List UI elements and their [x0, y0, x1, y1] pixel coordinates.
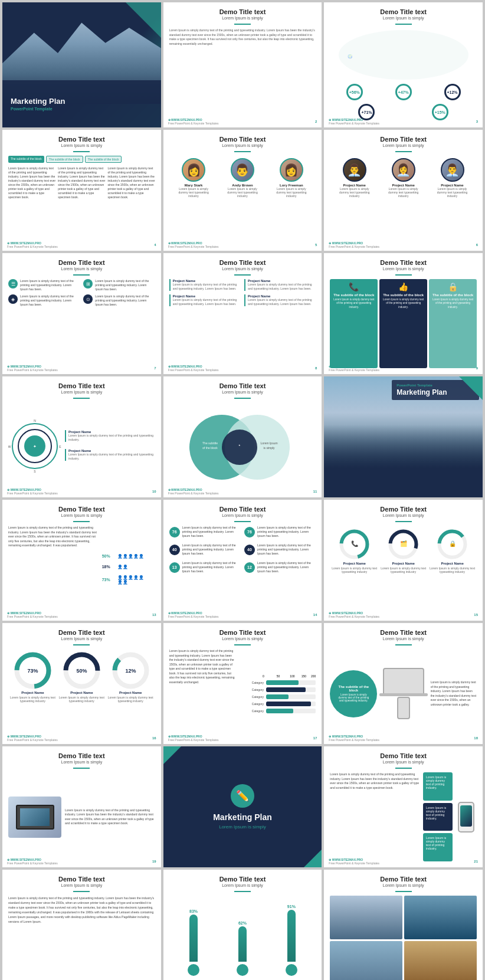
- footer-logo: ⊕ WWW.SITE2MAX.PROFree PowerPoint & Keyn…: [168, 118, 219, 125]
- phone-left-text: Lorem Ipsum is simply dummy text of the …: [330, 772, 420, 861]
- feature-title-1: The subtitle of the block: [333, 293, 374, 297]
- accent-line: [73, 274, 90, 276]
- slide-23-title: Demo Title text: [169, 876, 316, 883]
- prog-text-76: Lorem Ipsum is simply dummy text of the …: [182, 526, 241, 538]
- slide-11: Demo Title text Lorem Ipsum is simply Th…: [163, 376, 322, 497]
- cover-subtitle: PowerPoint Template: [11, 107, 153, 111]
- avatar-lory: 👩: [280, 158, 303, 182]
- stat-circle-3: +12%: [444, 84, 461, 100]
- mountain-overlay-dark: [324, 425, 483, 497]
- slide-footer: ⊕ WWW.SITE2MAX.PROFree PowerPoint & Keyn…: [168, 365, 317, 372]
- project-2: Project Name Lorem Ipsum is simply dummy…: [169, 294, 241, 306]
- slide-footer: ⊕ WWW.SITE2MAX.PROFree PowerPoint & Keyn…: [168, 241, 317, 248]
- phone-device: [397, 697, 410, 719]
- slide-13-title: Demo Title text: [8, 506, 155, 513]
- avatar-proj-2: 👩‍💼: [392, 158, 415, 182]
- donut-svg-2: 🗂️: [387, 528, 420, 561]
- accent-line: [234, 151, 251, 152]
- slide-footer: ⊕ WWW.SITE2MAX.PROFree PowerPoint & Keyn…: [7, 365, 156, 372]
- slide-footer: ⊕ WWW.SITE2MAX.PROFree PowerPoint & Keyn…: [329, 118, 478, 125]
- stats-row: +56% +47% +12%: [330, 84, 477, 101]
- prog-num-r2: 40: [244, 545, 255, 555]
- slide-3-subtitle: Lorem Ipsum is simply: [330, 16, 477, 20]
- tab-2[interactable]: The subtitle of the block: [46, 156, 83, 163]
- bar-item-2: Category: [240, 687, 316, 692]
- slide-3-title: Demo Title text: [330, 8, 477, 15]
- footer-logo: ⊕ WWW.SITE2MAX.PROFree PowerPoint & Keyn…: [7, 858, 58, 865]
- tab-1[interactable]: The subtitle of the block: [8, 156, 44, 163]
- icon-text-1: Lorem Ipsum is simply dummy text of the …: [20, 279, 80, 291]
- slide-footer: ⊕ WWW.SITE2MAX.PROFree PowerPoint & Keyn…: [168, 611, 317, 618]
- slide-num: 2: [315, 120, 317, 123]
- accent-line: [73, 521, 90, 522]
- feature-desc-2: Lorem Ipsum is simply dummy text of the …: [382, 298, 424, 309]
- navy-box: Lorem Ipsum is simply dummy text of prin…: [423, 803, 453, 831]
- feature-card-1: 📞 The subtitle of the block Lorem Ipsum …: [330, 279, 378, 368]
- slide-24: Demo Title text Lorem Ipsum is simply ⊕ …: [324, 870, 483, 980]
- big-donut-name-1: Project Name: [21, 691, 44, 694]
- slide-num: 14: [313, 613, 317, 617]
- thermo-val-83: 83%: [189, 909, 198, 913]
- icon-item-3: ⊞ Lorem Ipsum is simply dummy text of th…: [83, 279, 155, 291]
- svg-point-12: [222, 430, 257, 465]
- icon-item-2: ◈ Lorem Ipsum is simply dummy text of th…: [8, 294, 80, 307]
- thermometer-section: 83% 62% 91%: [169, 896, 316, 980]
- stat-circle-1: +56%: [346, 84, 363, 100]
- thermo-bulb-62: [237, 964, 248, 976]
- accent-line: [234, 398, 251, 399]
- feature-title-2: The subtitle of the block: [383, 293, 424, 297]
- device-section: The subtitle of the block Lorem Ipsum is…: [330, 649, 477, 738]
- thermo-bar-91: [287, 910, 296, 962]
- progress-layout: Lorem Ipsum is simply dummy text of the …: [8, 526, 155, 615]
- accent-line: [73, 891, 90, 892]
- slide-7: Demo Title text Lorem Ipsum is simply ☰ …: [2, 253, 161, 374]
- slide-6-title: Demo Title text: [330, 136, 477, 143]
- donut-folder: 🗂️ Project Name Lorem Ipsum is simply du…: [379, 528, 428, 573]
- bar-label-3: Category: [240, 695, 264, 699]
- slide-num: 21: [474, 860, 478, 863]
- feature-card-3: 🔒 The subtitle of the block Lorem Ipsum …: [429, 279, 477, 368]
- slide-footer: ⊕ WWW.SITE2MAX.PROFree PowerPoint & Keyn…: [168, 735, 317, 742]
- donuts-row: 📞 Project Name Lorem Ipsum is simply dum…: [330, 528, 477, 573]
- slide-9-subtitle: Lorem Ipsum is simply: [330, 267, 477, 271]
- slide-footer: ⊕ WWW.SITE2MAX.PROFree PowerPoint & Keyn…: [329, 365, 478, 372]
- big-donut-desc-3: Lorem Ipsum is simply dummy text typeset…: [106, 696, 155, 703]
- slide-16: Demo Title text Lorem Ipsum is simply 73…: [2, 623, 161, 744]
- text-block: Lorem Ipsum is simply dummy text of the …: [8, 526, 99, 615]
- big-donuts-row: 73% Project Name Lorem Ipsum is simply d…: [8, 651, 155, 703]
- tab-3[interactable]: The subtitle of the block: [85, 156, 122, 163]
- proj-3-desc: Lorem Ipsum is simply dummy text of the …: [248, 283, 316, 291]
- slide-10: Demo Title text Lorem Ipsum is simply ✦ …: [2, 376, 161, 497]
- proj-4-desc: Lorem Ipsum is simply dummy text of the …: [248, 298, 316, 306]
- projects-left: Project Name Lorem Ipsum is simply dummy…: [169, 279, 241, 368]
- slide-24-title: Demo Title text: [330, 876, 477, 883]
- circle-proj-2-desc: Lorem Ipsum is simply dummy text of the …: [68, 453, 155, 461]
- bar-outer-2: [266, 687, 316, 692]
- device-text: Lorem Ipsum is simply dummy text of the …: [431, 680, 477, 707]
- slide-17-title: Demo Title text: [169, 629, 316, 636]
- slide-2-body: Lorem Ipsum is simply dummy text of the …: [169, 28, 316, 46]
- big-donut-desc-1: Lorem Ipsum is simply dummy text typeset…: [8, 696, 57, 703]
- thermo-bar-83: [189, 915, 198, 962]
- svg-text:12%: 12%: [125, 668, 136, 674]
- photo-water: [404, 896, 477, 939]
- slide-2-subtitle: Lorem Ipsum is simply: [169, 16, 316, 20]
- prog-text-13: Lorem Ipsum is simply dummy text of the …: [182, 561, 241, 573]
- slide-footer: ⊕ WWW.SITE2MAX.PROFree PowerPoint & Keyn…: [7, 611, 156, 618]
- num-list-left: 76 Lorem Ipsum is simply dummy text of t…: [169, 526, 241, 615]
- circle-diagram-section: ✦ N E S W Project Name Lorem Ipsum is si…: [8, 402, 155, 491]
- green-boxes: Lorem Ipsum is simply dummy text of prin…: [423, 772, 453, 861]
- donut-lock: 🔒 Project Name Lorem Ipsum is simply dum…: [428, 528, 477, 573]
- prog-num-r1: 76: [244, 527, 255, 537]
- photo-sky: [330, 941, 402, 980]
- footer-logo: ⊕ WWW.SITE2MAX.PROFree PowerPoint & Keyn…: [168, 365, 219, 372]
- bar-outer-5: [266, 709, 316, 713]
- projects-two-col: Project Name Lorem Ipsum is simply dummy…: [169, 279, 316, 368]
- svg-text:✦: ✦: [33, 444, 37, 448]
- slide-5-title: Demo Title text: [169, 136, 316, 143]
- slide-16-title: Demo Title text: [8, 629, 155, 636]
- proj-desc-2: Lorem Ipsum is simply dummy text typeset…: [386, 187, 421, 198]
- thermo-val-62: 62%: [238, 921, 247, 925]
- project-list: Project Name Lorem Ipsum is simply dummy…: [65, 430, 155, 464]
- devices: [381, 668, 427, 719]
